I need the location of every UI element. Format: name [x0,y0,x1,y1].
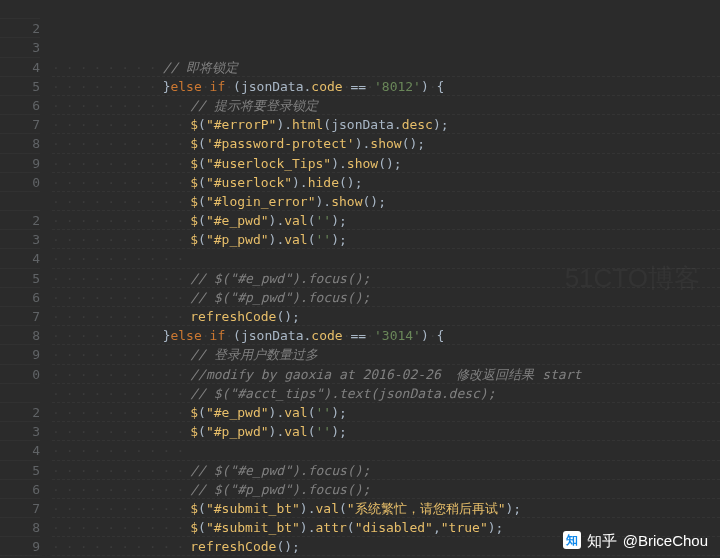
token-pn: . [300,175,308,190]
indent-guide: ·········· [52,347,190,362]
token-pn: ); [331,424,347,439]
token-pn: (); [362,194,385,209]
token-pn: (); [339,175,362,190]
indent-guide: ·········· [52,194,190,209]
line-number [0,384,40,403]
token-kw: if [210,328,226,343]
code-line[interactable]: ··········$("#e_pwd").val(''); [52,403,720,422]
code-line[interactable]: ········// 即将锁定 [52,58,720,77]
token-ws: · [343,328,351,343]
token-strO: "true" [441,520,488,535]
token-strO: "#submit_bt" [206,520,300,535]
line-number [0,192,40,211]
token-cmt: // $("#e_pwd").focus(); [190,463,370,478]
code-line[interactable]: ··········// $("#p_pwd").focus(); [52,288,720,307]
line-number: 9 [0,154,40,173]
code-line[interactable]: ··········// 提示将要登录锁定 [52,96,720,115]
code-line[interactable]: ··········// $("#e_pwd").focus(); [52,269,720,288]
token-pn: ( [198,232,206,247]
token-str: '' [316,213,332,228]
token-pn: , [433,520,441,535]
indent-guide: ·········· [52,405,190,420]
line-number: 3 [0,230,40,249]
token-pn: ( [198,501,206,516]
token-strO: "#userlock_Tips" [206,156,331,171]
token-strO: "#p_pwd" [206,232,269,247]
token-cmt: // $("#e_pwd").focus(); [190,271,370,286]
token-call: val [316,501,339,516]
indent-guide: ········ [52,60,163,75]
token-dol: $ [190,501,198,516]
token-pn: ( [233,79,241,94]
indent-guide: ·········· [52,367,190,382]
token-pn: (); [276,309,299,324]
indent-guide: ·········· [52,443,190,458]
token-prop: code [311,328,342,343]
token-dol: $ [190,117,198,132]
token-strO: '#password-protect' [206,136,355,151]
code-line[interactable]: ··········$("#submit_bt").val("系统繁忙，请您稍后… [52,499,720,518]
code-line[interactable]: ········}else·if·(jsonData.code·==·'3014… [52,326,720,345]
token-v: jsonData [241,328,304,343]
code-line[interactable]: ··········// $("#e_pwd").focus(); [52,461,720,480]
code-line[interactable]: ········}else·if·(jsonData.code·==·'8012… [52,77,720,96]
token-dol: $ [190,136,198,151]
token-strO: "#login_error" [206,194,316,209]
line-number: 3 [0,38,40,57]
token-prop: desc [402,117,433,132]
token-pn: ( [198,424,206,439]
token-call: show [331,194,362,209]
token-cmt: // $("#p_pwd").focus(); [190,482,370,497]
code-line[interactable]: ··········//modify by gaoxia at 2016-02-… [52,365,720,384]
code-line[interactable]: ··········$("#errorP").html(jsonData.des… [52,115,720,134]
token-str: '' [316,232,332,247]
line-number: 4 [0,441,40,460]
token-kw: else [170,328,201,343]
token-dol: $ [190,175,198,190]
code-line[interactable]: ··········$('#password-protect').show(); [52,134,720,153]
token-pn: ( [198,117,206,132]
code-line[interactable]: ··········$("#userlock").hide(); [52,173,720,192]
token-cmt: // 登录用户数量过多 [190,347,317,362]
token-pn: ( [308,405,316,420]
code-line[interactable]: ··········refreshCode(); [52,307,720,326]
line-number: 2 [0,19,40,38]
token-pn: ( [198,520,206,535]
indent-guide: ·········· [52,482,190,497]
code-line[interactable]: ··········$("#e_pwd").val(''); [52,211,720,230]
token-pn: (); [378,156,401,171]
token-call: html [292,117,323,132]
code-line[interactable]: ·········· [52,249,720,268]
code-line[interactable]: ··········$("#p_pwd").val(''); [52,230,720,249]
code-line[interactable]: ·········· [52,441,720,460]
indent-guide: ·········· [52,386,190,401]
code-line[interactable]: ··········// 登录用户数量过多 [52,345,720,364]
token-pn: . [284,117,292,132]
token-ws: · [366,328,374,343]
token-call: val [284,213,307,228]
token-pn: . [394,117,402,132]
token-pn: { [437,79,445,94]
line-number: 7 [0,115,40,134]
code-area[interactable]: 51CTO博客 ········// 即将锁定········}else·if·… [48,0,720,558]
token-pn: ); [433,117,449,132]
indent-guide: ·········· [52,309,190,324]
token-str: '' [316,405,332,420]
indent-guide: ·········· [52,117,190,132]
token-ws: · [429,328,437,343]
line-number: 3 [0,422,40,441]
line-number: 9 [0,537,40,556]
code-line[interactable]: ··········$("#p_pwd").val(''); [52,422,720,441]
code-line[interactable]: ··········// $("#p_pwd").focus(); [52,480,720,499]
code-line[interactable]: ··········// $("#acct_tips").text(jsonDa… [52,384,720,403]
code-line[interactable]: ··········$("#userlock_Tips").show(); [52,154,720,173]
code-editor[interactable]: 23456789023456789023456789 51CTO博客 ·····… [0,0,720,558]
token-ws: · [429,79,437,94]
token-pn: ); [331,213,347,228]
line-number-gutter: 23456789023456789023456789 [0,0,48,558]
watermark-brand: 知乎 [587,531,617,550]
code-line[interactable]: ··········$("#login_error").show(); [52,192,720,211]
token-pn: ( [308,232,316,247]
line-number: 8 [0,326,40,345]
token-pn: . [339,156,347,171]
